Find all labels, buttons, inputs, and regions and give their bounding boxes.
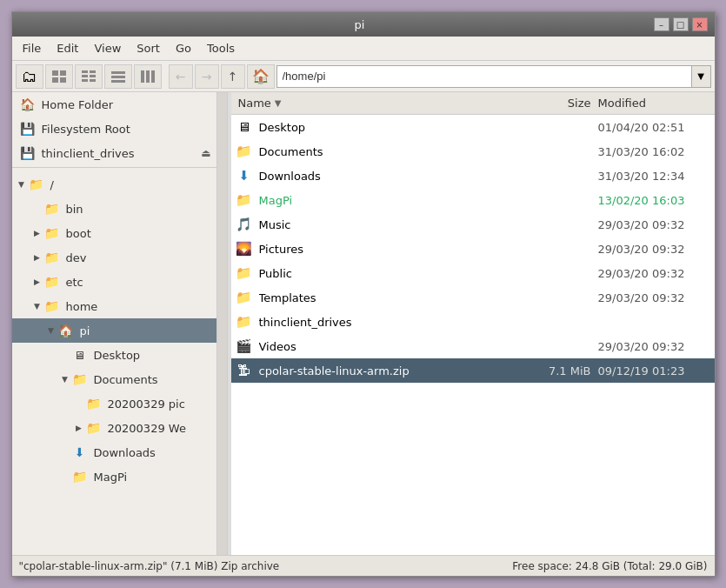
folder-downloads-icon: ⬇ bbox=[71, 444, 89, 461]
tree-toggle-documents[interactable]: ▼ bbox=[59, 373, 71, 385]
sidebar-label-filesystem-root: Filesystem Root bbox=[42, 123, 130, 136]
file-icon-videos: 🎬 bbox=[235, 337, 254, 356]
sidebar-label-bin: bin bbox=[66, 203, 83, 216]
minimize-button[interactable]: – bbox=[654, 17, 669, 31]
sidebar-label-home-folder: Home Folder bbox=[42, 98, 114, 111]
file-name-cpolar: cpolar-stable-linux-arm.zip bbox=[259, 364, 529, 378]
sidebar-label-home: home bbox=[66, 300, 98, 313]
file-row-videos[interactable]: 🎬 Videos 29/03/20 09:32 bbox=[231, 334, 715, 358]
sidebar-item-tree-documents[interactable]: ▼ 📁 Documents bbox=[12, 367, 216, 391]
file-modified-pictures: 29/03/20 09:32 bbox=[598, 243, 711, 256]
tree-toggle-20200329we[interactable]: ▶ bbox=[73, 422, 85, 434]
tree-toggle-pi[interactable]: ▼ bbox=[45, 324, 57, 337]
close-button[interactable]: × bbox=[692, 17, 708, 31]
svg-rect-11 bbox=[111, 76, 125, 78]
file-row-public[interactable]: 📁 Public 29/03/20 09:32 bbox=[231, 261, 715, 285]
file-icon-music: 🎵 bbox=[235, 215, 254, 234]
col-header-modified[interactable]: Modified bbox=[598, 97, 711, 110]
sidebar-label-thinclient: thinclient_drives bbox=[42, 147, 135, 160]
file-name-videos: Videos bbox=[259, 340, 529, 353]
tree-toggle-dev[interactable]: ▶ bbox=[31, 251, 43, 264]
sidebar: 🏠 Home Folder 💾 Filesystem Root 💾 thincl… bbox=[12, 92, 228, 555]
sidebar-item-tree-etc[interactable]: ▶ 📁 etc bbox=[12, 270, 216, 294]
file-name-documents: Documents bbox=[259, 145, 529, 158]
menu-tools[interactable]: Tools bbox=[200, 40, 242, 57]
file-icon-desktop: 🖥 bbox=[235, 117, 254, 137]
toolbar-icon-view[interactable]: 🗂 bbox=[16, 64, 43, 89]
sidebar-scrollbar[interactable] bbox=[216, 92, 227, 555]
nav-back-button[interactable]: ← bbox=[169, 64, 193, 89]
nav-home-button[interactable]: 🏠 bbox=[247, 64, 275, 89]
tree-toggle-boot[interactable]: ▶ bbox=[31, 227, 43, 239]
home-folder-icon: 🏠 bbox=[19, 96, 37, 113]
file-row-magpi[interactable]: 📁 MagPi 13/02/20 16:03 bbox=[231, 188, 715, 212]
file-row-desktop[interactable]: 🖥 Desktop 01/04/20 02:51 bbox=[231, 115, 715, 139]
file-row-pictures[interactable]: 🌄 Pictures 29/03/20 09:32 bbox=[231, 237, 715, 261]
filesystem-root-icon: 💾 bbox=[19, 120, 37, 137]
sidebar-item-tree-dev[interactable]: ▶ 📁 dev bbox=[12, 245, 216, 270]
file-modified-documents: 31/03/20 16:02 bbox=[598, 145, 711, 158]
file-size-cpolar: 7.1 MiB bbox=[529, 364, 598, 378]
file-modified-downloads: 31/03/20 12:34 bbox=[598, 170, 711, 183]
folder-dev-icon: 📁 bbox=[43, 249, 61, 266]
file-icon-public: 📁 bbox=[235, 264, 254, 283]
folder-pi-icon: 🏠 bbox=[57, 322, 75, 339]
sidebar-item-tree-20200329pic[interactable]: ▶ 📁 20200329 pic bbox=[12, 391, 216, 416]
toolbar-column-view[interactable] bbox=[134, 64, 162, 89]
tree-toggle-slash[interactable]: ▼ bbox=[16, 178, 28, 190]
sidebar-item-tree-boot[interactable]: ▶ 📁 boot bbox=[12, 221, 216, 245]
file-row-templates[interactable]: 📁 Templates 29/03/20 09:32 bbox=[231, 285, 715, 310]
toolbar-compact-view[interactable] bbox=[45, 64, 73, 89]
sidebar-item-tree-pi[interactable]: ▼ 🏠 pi bbox=[12, 318, 216, 343]
file-name-pictures: Pictures bbox=[259, 243, 529, 256]
file-row-documents[interactable]: 📁 Documents 31/03/20 16:02 bbox=[231, 139, 715, 164]
sidebar-item-tree-desktop[interactable]: ▶ 🖥 Desktop bbox=[12, 343, 216, 367]
col-header-size[interactable]: Size bbox=[529, 97, 598, 110]
file-row-music[interactable]: 🎵 Music 29/03/20 09:32 bbox=[231, 212, 715, 237]
address-input[interactable] bbox=[276, 65, 692, 88]
toolbar-list-view[interactable] bbox=[75, 64, 103, 89]
file-list-header: Name ▼ Size Modified bbox=[231, 92, 715, 115]
folder-20200329we-icon: 📁 bbox=[85, 419, 103, 437]
nav-forward-button[interactable]: → bbox=[195, 64, 219, 89]
col-header-name[interactable]: Name ▼ bbox=[235, 97, 529, 110]
sidebar-item-tree-downloads[interactable]: ▶ ⬇ Downloads bbox=[12, 440, 216, 464]
toolbar-detail-view[interactable] bbox=[104, 64, 132, 89]
maximize-button[interactable]: □ bbox=[673, 17, 689, 31]
svg-rect-6 bbox=[82, 75, 88, 77]
sidebar-item-tree-20200329we[interactable]: ▶ 📁 20200329 We bbox=[12, 416, 216, 440]
folder-magpi-icon: 📁 bbox=[71, 468, 89, 485]
sidebar-item-tree-slash[interactable]: ▼ 📁 / bbox=[12, 172, 216, 197]
nav-up-button[interactable]: ↑ bbox=[221, 64, 245, 89]
sidebar-label-magpi: MagPi bbox=[94, 471, 128, 484]
file-row-cpolar[interactable]: 🗜 cpolar-stable-linux-arm.zip 7.1 MiB 09… bbox=[231, 358, 715, 383]
menu-file[interactable]: File bbox=[16, 40, 49, 57]
sidebar-item-home-folder[interactable]: 🏠 Home Folder bbox=[12, 92, 216, 117]
file-modified-public: 29/03/20 09:32 bbox=[598, 267, 711, 280]
toolbar: 🗂 ← → ↑ 🏠 ▼ bbox=[12, 61, 715, 92]
file-name-desktop: Desktop bbox=[259, 121, 529, 134]
file-row-downloads[interactable]: ⬇ Downloads 31/03/20 12:34 bbox=[231, 164, 715, 188]
sidebar-label-desktop: Desktop bbox=[94, 349, 141, 362]
svg-rect-12 bbox=[111, 80, 125, 83]
sidebar-item-tree-magpi[interactable]: ▶ 📁 MagPi bbox=[12, 464, 216, 489]
menu-sort[interactable]: Sort bbox=[130, 40, 167, 57]
file-icon-templates: 📁 bbox=[235, 288, 254, 307]
tree-toggle-home[interactable]: ▼ bbox=[31, 300, 43, 312]
menu-view[interactable]: View bbox=[87, 40, 128, 57]
file-name-templates: Templates bbox=[259, 291, 529, 304]
file-icon-magpi: 📁 bbox=[235, 190, 254, 210]
file-icon-documents: 📁 bbox=[235, 142, 254, 161]
file-row-thinclient[interactable]: 📁 thinclient_drives bbox=[231, 310, 715, 334]
sidebar-item-thinclient[interactable]: 💾 thinclient_drives ⏏ bbox=[12, 141, 216, 165]
sidebar-item-tree-bin[interactable]: ▶ 📁 bin bbox=[12, 197, 216, 221]
tree-toggle-etc[interactable]: ▶ bbox=[31, 276, 43, 288]
sidebar-item-filesystem-root[interactable]: 💾 Filesystem Root bbox=[12, 117, 216, 141]
sidebar-item-tree-home[interactable]: ▼ 📁 home bbox=[12, 294, 216, 318]
file-list: 🖥 Desktop 01/04/20 02:51 📁 Documents 31/… bbox=[231, 115, 715, 555]
menu-edit[interactable]: Edit bbox=[50, 40, 85, 57]
menu-go[interactable]: Go bbox=[169, 40, 198, 57]
folder-desktop-icon: 🖥 bbox=[71, 346, 89, 364]
address-dropdown-button[interactable]: ▼ bbox=[692, 65, 711, 88]
eject-icon[interactable]: ⏏ bbox=[201, 147, 210, 159]
